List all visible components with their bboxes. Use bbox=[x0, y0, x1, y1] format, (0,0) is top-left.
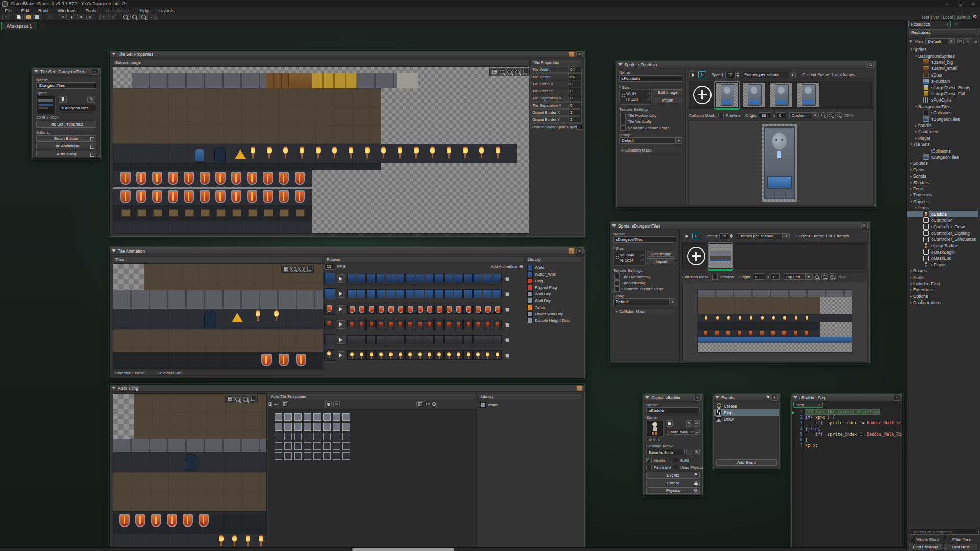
dungeon-header[interactable]: Sprite: sDungeonTiles⧉ bbox=[610, 222, 870, 230]
template-cell[interactable] bbox=[304, 413, 311, 421]
frame-cell[interactable] bbox=[454, 335, 463, 344]
checkbox-box[interactable] bbox=[620, 113, 626, 118]
tree-item-sdungeontiles[interactable]: sDungeonTiles bbox=[907, 116, 978, 122]
frame-cell[interactable] bbox=[444, 305, 453, 314]
frame-cell[interactable] bbox=[396, 289, 405, 298]
source-image-canvas[interactable] bbox=[113, 66, 529, 234]
zoom-icon[interactable] bbox=[821, 273, 828, 280]
tree-arrow-icon[interactable]: ▸ bbox=[909, 288, 913, 292]
horizontal-scrollbar[interactable] bbox=[0, 547, 906, 551]
find-next-button[interactable]: Find Next bbox=[944, 544, 977, 550]
frame-cell[interactable] bbox=[463, 335, 473, 344]
edit-image-button[interactable]: Edit Image bbox=[653, 89, 682, 95]
help-icon[interactable]: ? bbox=[99, 14, 107, 20]
speed-stepper[interactable] bbox=[736, 72, 739, 77]
frame-cell[interactable] bbox=[434, 305, 444, 314]
frame-cell[interactable] bbox=[405, 320, 414, 329]
template-cell[interactable] bbox=[284, 452, 292, 460]
template-cell[interactable] bbox=[284, 442, 292, 450]
zoom-out-icon[interactable] bbox=[130, 14, 138, 20]
target-info-text[interactable]: Test | VM | Local | default bbox=[921, 15, 970, 20]
zoom-out-icon[interactable] bbox=[298, 266, 305, 272]
template-cell[interactable] bbox=[342, 452, 350, 460]
frame-cell[interactable] bbox=[357, 289, 366, 298]
add-animation-icon[interactable]: ⊕ bbox=[519, 264, 523, 269]
tree-item-scripts[interactable]: ▸Scripts bbox=[907, 173, 978, 179]
frame-cell[interactable] bbox=[425, 335, 434, 344]
find-previous-button[interactable]: Find Previous bbox=[909, 544, 942, 550]
editor-button-tile-animation[interactable]: Tile Animation bbox=[36, 143, 96, 149]
event-create[interactable]: Create bbox=[714, 403, 779, 409]
frame-cell[interactable] bbox=[347, 289, 356, 298]
tree-item-omaskend[interactable]: oMaskEnd bbox=[907, 255, 978, 261]
frame-cell[interactable] bbox=[376, 350, 385, 360]
grid-size-icon[interactable] bbox=[416, 401, 423, 407]
frame-cell[interactable] bbox=[357, 350, 366, 360]
frame-cell[interactable] bbox=[434, 320, 444, 329]
mask-edit-icon[interactable]: ✎ bbox=[694, 449, 700, 455]
frame-cell[interactable] bbox=[347, 350, 356, 360]
new-project-icon[interactable] bbox=[15, 14, 23, 20]
frame-cell[interactable] bbox=[386, 350, 395, 360]
stop-icon[interactable]: ■ bbox=[77, 14, 85, 20]
frame-cell[interactable] bbox=[463, 350, 473, 360]
object-header[interactable]: Object: oBaddie ✕ bbox=[643, 394, 703, 402]
frame-cell[interactable] bbox=[405, 305, 414, 314]
frame-cell[interactable] bbox=[454, 274, 463, 283]
tree-item-objects[interactable]: ▾Objects bbox=[907, 198, 978, 205]
sprite-more-button[interactable]: -- bbox=[694, 429, 700, 435]
home-icon[interactable]: ⌂ bbox=[2, 14, 10, 20]
group-dropdown[interactable]: Default▾ bbox=[619, 137, 682, 144]
template-cell[interactable] bbox=[313, 423, 321, 431]
menu-help[interactable]: Help bbox=[135, 8, 154, 13]
tile-property-value[interactable]: 64 bbox=[568, 67, 581, 72]
template-cell[interactable] bbox=[275, 452, 282, 460]
fps-input[interactable]: 15 bbox=[324, 264, 335, 270]
add-icon[interactable]: ⊕ bbox=[432, 401, 436, 407]
tree-item-tcollisions[interactable]: tCollisions bbox=[907, 147, 978, 154]
library-item[interactable]: Double Height Drip bbox=[527, 317, 581, 323]
tab-close-icon[interactable]: × bbox=[946, 22, 948, 26]
tree-item-baddie[interactable]: ▸baddie bbox=[907, 122, 978, 129]
tree-item-items[interactable]: ▸Items bbox=[907, 205, 978, 211]
frame-cell[interactable] bbox=[366, 289, 376, 298]
frame-cell[interactable] bbox=[415, 289, 424, 298]
tile-property-value[interactable]: 64 bbox=[568, 74, 581, 80]
close-icon[interactable]: ✕ bbox=[694, 395, 701, 401]
tree-arrow-icon[interactable]: ▸ bbox=[909, 181, 913, 185]
disable-export-checkbox[interactable] bbox=[577, 124, 582, 130]
tileset-properties-header[interactable]: Tile Set Properties ✕ bbox=[110, 51, 585, 58]
grid-icon[interactable] bbox=[282, 401, 288, 407]
tile-property-value[interactable]: 0 bbox=[568, 88, 581, 94]
frame-thumbnail[interactable] bbox=[769, 82, 793, 108]
add-frame-icon[interactable] bbox=[687, 247, 705, 265]
tree-item-sounds[interactable]: ▸Sounds bbox=[907, 160, 978, 166]
tree-item-olargebaddie[interactable]: oLargeBaddie bbox=[907, 242, 978, 248]
library-item[interactable]: Walls bbox=[480, 402, 531, 408]
event-step[interactable]: Step bbox=[714, 409, 779, 416]
tree-item-tile-sets[interactable]: ▾Tile Sets bbox=[907, 141, 978, 147]
debug-icon[interactable]: ➤ bbox=[86, 14, 94, 20]
frame-cell[interactable] bbox=[357, 335, 366, 344]
play-animation-button[interactable] bbox=[337, 290, 345, 298]
tile-animation-header[interactable]: Tile Animation ✕ bbox=[110, 247, 585, 255]
frame-cell[interactable] bbox=[425, 289, 434, 298]
frame-cell[interactable] bbox=[415, 305, 424, 314]
editor-button-auto-tiling[interactable]: Auto Tiling bbox=[36, 151, 96, 157]
tree-arrow-icon[interactable]: ▸ bbox=[909, 187, 913, 191]
import-button[interactable]: Import bbox=[647, 258, 676, 264]
tree-item-sfountain[interactable]: sFountain bbox=[907, 78, 978, 84]
frame-cell[interactable] bbox=[366, 274, 376, 283]
origin-mode-dropdown[interactable]: Custom▾ bbox=[789, 112, 819, 118]
frame-cell[interactable] bbox=[454, 305, 463, 314]
sprite-name-input[interactable]: sDungeonTiles bbox=[613, 236, 676, 243]
frame-cell[interactable] bbox=[493, 289, 502, 298]
tree-arrow-icon[interactable]: ▸ bbox=[909, 276, 913, 280]
template-cell[interactable] bbox=[323, 433, 331, 440]
tree-item-oplayer[interactable]: oPlayer bbox=[907, 262, 978, 268]
template-cell[interactable] bbox=[323, 452, 331, 460]
object-parent-button[interactable]: Parent bbox=[646, 480, 700, 486]
collision-mask-section[interactable]: ▸Collision Mask bbox=[613, 308, 676, 314]
frame-cell[interactable] bbox=[483, 335, 492, 344]
frame-cell[interactable] bbox=[434, 274, 444, 283]
